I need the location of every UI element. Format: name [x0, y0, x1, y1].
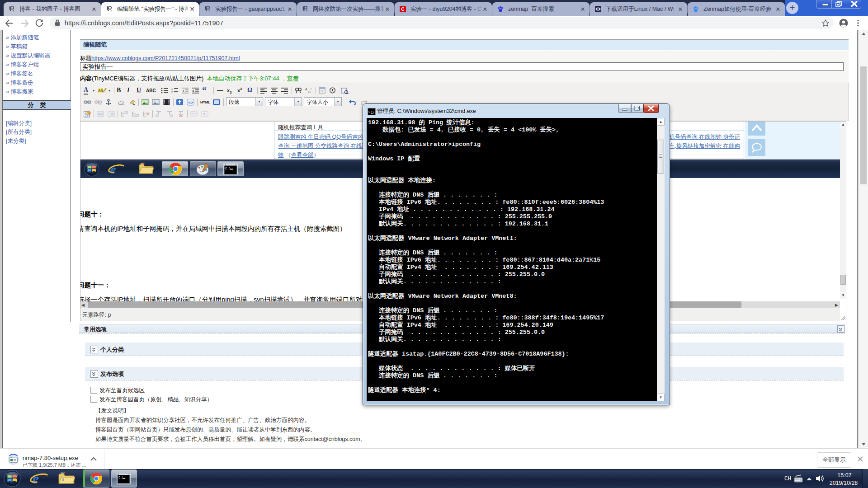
svg-text:C:\: C:\: [118, 476, 124, 479]
svg-text:17: 17: [320, 89, 324, 93]
svg-text:B: B: [308, 90, 311, 94]
svg-text:A: A: [305, 88, 307, 91]
svg-text:<>: <>: [189, 100, 193, 104]
svg-text:e: e: [33, 471, 39, 486]
svg-text:1: 1: [171, 88, 173, 90]
svg-text:2: 2: [171, 91, 173, 94]
